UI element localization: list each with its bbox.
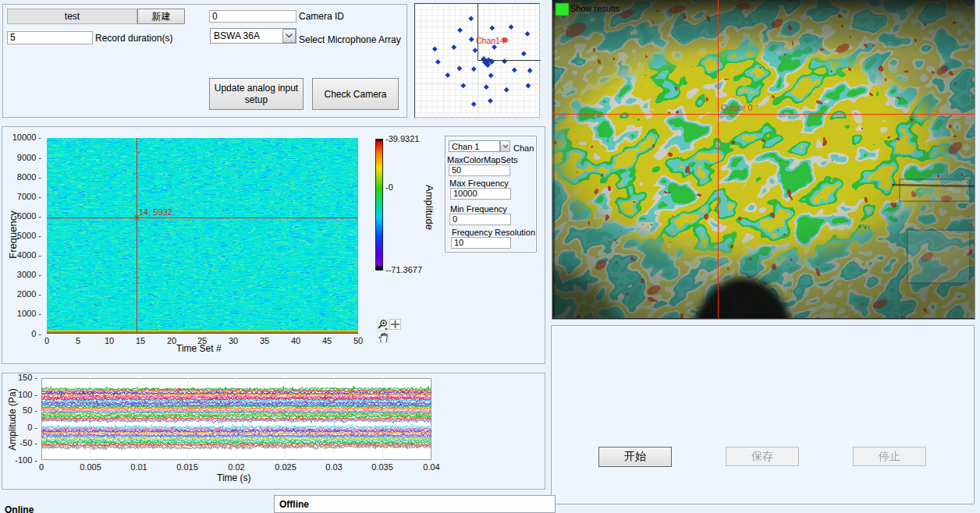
svg-text:Cursor 0: Cursor 0 [721, 103, 752, 112]
svg-text:Amplitude: Amplitude [424, 185, 435, 230]
svg-text:14, 5932: 14, 5932 [139, 207, 172, 217]
svg-text:Show results: Show results [570, 4, 620, 13]
svg-text:Chan14: Chan14 [476, 36, 505, 45]
